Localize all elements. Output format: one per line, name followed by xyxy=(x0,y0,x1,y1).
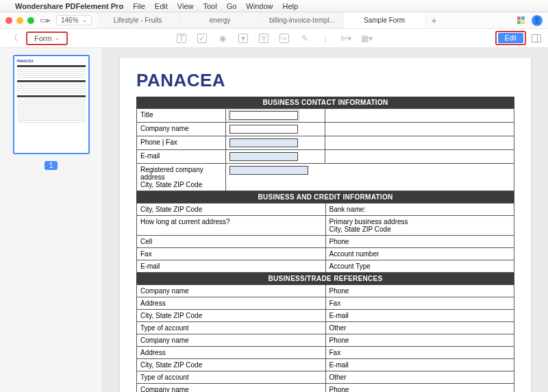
field-label: Account number xyxy=(325,248,514,260)
field-label: Account Type xyxy=(325,260,514,273)
table-row: CellPhone xyxy=(137,236,514,248)
field-cell xyxy=(226,150,325,164)
user-avatar-icon[interactable]: 👤 xyxy=(532,15,543,26)
document-tabs: Lifestyle - Fruits energy billing-invoic… xyxy=(97,12,512,28)
field-label: Fax xyxy=(137,248,326,260)
chevron-down-icon: ⌄ xyxy=(82,17,87,23)
listbox-icon[interactable]: ≡ xyxy=(259,34,269,43)
table-row: E-mailAccount Type xyxy=(137,260,514,273)
tab-0[interactable]: Lifestyle - Fruits xyxy=(97,12,179,28)
combo-icon[interactable]: ▾ xyxy=(238,34,248,43)
field-label: Company name xyxy=(137,384,326,393)
field-label: Type of account xyxy=(137,322,326,334)
edit-button[interactable]: Edit xyxy=(495,31,526,45)
table-row: City, State ZIP CodeBank name: xyxy=(137,204,514,216)
minimize-icon[interactable] xyxy=(16,17,23,24)
field-label: Address xyxy=(137,297,326,310)
menu-window[interactable]: Window xyxy=(246,2,273,10)
table-row: AddressFax xyxy=(137,347,514,359)
close-icon[interactable] xyxy=(5,17,12,24)
menu-tool[interactable]: Tool xyxy=(203,2,216,10)
table-row: Company name xyxy=(137,123,514,136)
thumbnail-sidebar: PANACEA 1 xyxy=(0,48,103,392)
form-input-email[interactable] xyxy=(229,152,298,161)
form-dropdown[interactable]: Form ⌄ xyxy=(26,32,68,45)
table-row: Company namePhone xyxy=(137,384,514,393)
field-label: Phone xyxy=(325,285,514,297)
field-label: Registered company address City, State Z… xyxy=(137,164,226,191)
page-viewport[interactable]: PANACEA BUSINESS CONTACT INFORMATION Tit… xyxy=(103,48,548,392)
menu-edit[interactable]: Edit xyxy=(155,2,168,10)
field-label: Company name xyxy=(137,334,326,347)
tab-1[interactable]: energy xyxy=(179,12,262,28)
signature-icon[interactable]: ✎ xyxy=(300,34,310,43)
section-header-0: BUSINESS CONTACT INFORMATION xyxy=(136,97,514,108)
table-row: Registered company address City, State Z… xyxy=(137,164,514,191)
sidebar-toggle-icon[interactable]: ▭▸ xyxy=(40,16,51,25)
field-label: Phone xyxy=(325,334,514,347)
divider: | xyxy=(321,34,330,43)
add-tab-button[interactable]: + xyxy=(426,12,443,28)
table-row: Type of accountOther xyxy=(137,371,514,384)
align-icon[interactable]: ⊫▾ xyxy=(341,34,351,43)
field-label: Fax xyxy=(325,347,514,359)
section-header-1: BUSINESS AND CREDIT INFORMATION xyxy=(136,191,514,203)
field-label: E-mail xyxy=(325,310,514,322)
table-row: FaxAccount number xyxy=(137,248,514,260)
zoom-value: 146% xyxy=(61,16,79,24)
table-row: City, State ZIP CodeE-mail xyxy=(137,310,514,322)
back-button[interactable]: 〈 xyxy=(7,32,21,44)
edit-button-label: Edit xyxy=(498,33,523,43)
zoom-dropdown[interactable]: 146% ⌄ xyxy=(56,15,92,25)
titlebar: ▭▸ 146% ⌄ Lifestyle - Fruits energy bill… xyxy=(0,12,548,29)
menu-help[interactable]: Help xyxy=(282,2,298,10)
table-row: E-mail xyxy=(137,150,514,164)
form-input-address[interactable] xyxy=(229,166,308,175)
form-dropdown-label: Form xyxy=(34,34,52,42)
field-label: City, State ZIP Code xyxy=(137,204,326,216)
section-0-table: Title Company name Phone | Fax E-mail Re… xyxy=(136,108,514,191)
table-row: AddressFax xyxy=(137,297,514,310)
tab-3[interactable]: Sample Form xyxy=(344,12,426,28)
page-number-badge[interactable]: 1 xyxy=(45,161,58,170)
table-row: Company namePhone xyxy=(137,334,514,347)
field-label: City, State ZIP Code xyxy=(137,310,326,322)
workspace: PANACEA 1 PANACEA BUSINESS CONTACT INFOR… xyxy=(0,48,548,392)
menu-file[interactable]: File xyxy=(133,2,145,10)
table-row: Title xyxy=(137,109,514,123)
form-tool-icons: T ✓ ◉ ▾ ≡ OK ✎ | ⊫▾ ▦▾ xyxy=(177,34,371,43)
button-icon[interactable]: OK xyxy=(279,34,289,43)
field-label: Type of account xyxy=(137,371,326,384)
more-icon[interactable]: ▦▾ xyxy=(362,34,371,43)
field-label: Bank name: xyxy=(325,204,514,216)
field-label: Fax xyxy=(325,297,514,310)
section-header-2: BUSINESS/TRADE REFERENCES xyxy=(136,273,514,284)
field-label: City, State ZIP Code xyxy=(137,359,326,371)
zoom-window-icon[interactable] xyxy=(27,17,34,24)
page-thumbnail-1[interactable]: PANACEA xyxy=(13,55,90,154)
apps-grid-icon[interactable] xyxy=(517,16,525,24)
tab-2[interactable]: billing-invoice-templ... xyxy=(262,12,344,28)
field-label: E-mail xyxy=(137,260,326,273)
table-row: Type of accountOther xyxy=(137,322,514,334)
checkbox-icon[interactable]: ✓ xyxy=(197,34,207,43)
field-label: Title xyxy=(137,109,226,123)
field-label: Phone | Fax xyxy=(137,136,226,150)
field-label: E-mail xyxy=(325,359,514,371)
text-field-icon[interactable]: T xyxy=(177,34,186,43)
field-label: Primary business address City, State ZIP… xyxy=(325,216,514,236)
window-controls xyxy=(5,17,34,24)
field-label: Phone xyxy=(325,236,514,248)
app-name[interactable]: Wondershare PDFelement Pro xyxy=(15,2,123,10)
menu-go[interactable]: Go xyxy=(227,2,237,10)
radio-icon[interactable]: ◉ xyxy=(218,34,227,43)
form-input-phone[interactable] xyxy=(229,138,298,147)
table-row: Company namePhone xyxy=(137,285,514,297)
form-input-company[interactable] xyxy=(229,125,298,134)
right-panel-toggle-icon[interactable] xyxy=(532,34,541,42)
field-label: Other xyxy=(325,371,514,384)
table-row: How long at current address?Primary busi… xyxy=(137,216,514,236)
document-title: PANACEA xyxy=(136,70,514,91)
form-input-title[interactable] xyxy=(229,111,298,120)
menu-view[interactable]: View xyxy=(177,2,194,10)
